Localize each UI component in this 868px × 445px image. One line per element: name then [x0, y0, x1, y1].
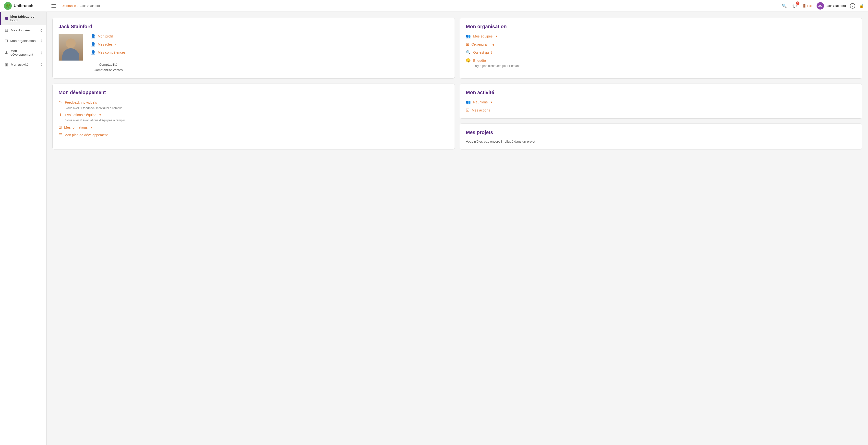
- breadcrumb: Unibrunch / Jack Stainford: [51, 3, 781, 8]
- enquete-label: Enquête: [473, 59, 486, 62]
- qui-est-qui-label: Qui est qui ?: [473, 51, 493, 54]
- logo-icon: 🌿: [4, 2, 12, 10]
- top-nav-actions: 🔍 💬 5 🚪 Exit JS Jack Stainford ? 🔒: [781, 2, 864, 9]
- mes-actions-link[interactable]: ☑ Mes actions: [466, 108, 856, 113]
- exit-label: Exit: [807, 4, 813, 8]
- reunions-icon: 👥: [466, 100, 471, 105]
- roles-icon: 👤: [91, 42, 96, 47]
- mon-plan-label: Mon plan de développement: [64, 133, 108, 137]
- mes-equipes-label: Mes équipes: [473, 34, 493, 38]
- mes-roles-label: Mes rôles: [98, 42, 113, 46]
- enquete-icon: 😊: [466, 58, 471, 63]
- mon-plan-link[interactable]: ☰ Mon plan de développement: [59, 132, 449, 137]
- help-button[interactable]: ?: [850, 3, 855, 8]
- mon-organisation-icon: ⊟: [5, 38, 8, 43]
- sidebar-item-mon-organisation[interactable]: ⊟ Mon organisation ❮: [0, 35, 46, 46]
- mon-activite-icon: ▣: [5, 62, 8, 67]
- mon-organisation-card: Mon organisation 👥 Mes équipes ▼ ⊞ Organ…: [460, 18, 862, 79]
- jack-card: Jack Stainford 👤 Mon profil 👤 Mes r: [53, 18, 455, 79]
- sidebar-item-label: Mon organisation: [10, 39, 36, 42]
- formations-icon: ⊡: [59, 125, 62, 130]
- sidebar-item-label: Mon développement: [10, 49, 38, 56]
- qui-est-qui-link[interactable]: 🔍 Qui est qui ?: [466, 50, 856, 55]
- mon-developpement-title: Mon développement: [59, 90, 449, 95]
- sidebar-item-mon-activite[interactable]: ▣ Mon activité ❮: [0, 59, 46, 70]
- notifications-badge: 5: [796, 1, 799, 5]
- mon-profil-label: Mon profil: [98, 34, 113, 38]
- competences-icon: 👤: [91, 50, 96, 55]
- app-name: Unibrunch: [14, 4, 33, 8]
- feedback-icon: 〜: [59, 100, 62, 105]
- feedback-subtitle: Vous avez 1 feedback individuel à rempli…: [65, 106, 449, 110]
- mes-competences-label: Mes compétences: [98, 51, 126, 54]
- mon-activite-card: Mon activité 👥 Réunions ▼ ☑ Mes actions: [460, 84, 862, 119]
- jack-card-title: Jack Stainford: [59, 24, 449, 29]
- organigramme-link[interactable]: ⊞ Organigramme: [466, 42, 856, 47]
- qui-est-qui-icon: 🔍: [466, 50, 471, 55]
- equipes-icon: 👥: [466, 34, 471, 38]
- profile-photo: [59, 34, 83, 61]
- profile-links: 👤 Mon profil 👤 Mes rôles ▼ 👤 Mes compéte…: [91, 34, 126, 72]
- exit-button[interactable]: 🚪 Exit: [802, 4, 813, 8]
- right-column: Mon activité 👥 Réunions ▼ ☑ Mes actions …: [460, 84, 862, 149]
- chevron-icon: ❮: [40, 51, 42, 54]
- org-links: 👥 Mes équipes ▼ ⊞ Organigramme 🔍 Qui est…: [466, 34, 856, 68]
- projets-empty-text: Vous n'êtes pas encore impliqué dans un …: [466, 140, 856, 143]
- profil-icon: 👤: [91, 34, 96, 38]
- breadcrumb-separator: /: [78, 4, 79, 8]
- organigramme-label: Organigramme: [471, 42, 494, 46]
- dashboard-grid: Jack Stainford 👤 Mon profil 👤 Mes r: [53, 18, 862, 149]
- chevron-down-icon: ▼: [490, 101, 493, 103]
- actions-icon: ☑: [466, 108, 469, 113]
- mes-formations-link[interactable]: ⊡ Mes formations ▼: [59, 125, 449, 130]
- reunions-label: Réunions: [473, 100, 488, 104]
- profile-photo-inner: [59, 34, 83, 61]
- lock-button[interactable]: 🔒: [859, 3, 864, 8]
- mes-donnees-icon: ▦: [5, 28, 8, 33]
- evaluations-equipe-link[interactable]: 🌡 Évaluations d'équipe ▼: [59, 113, 449, 117]
- activite-links: 👥 Réunions ▼ ☑ Mes actions: [466, 100, 856, 113]
- search-button[interactable]: 🔍: [781, 2, 788, 9]
- user-profile[interactable]: JS Jack Stainford: [816, 2, 846, 9]
- mes-equipes-link[interactable]: 👥 Mes équipes ▼: [466, 34, 856, 38]
- mon-developpement-card: Mon développement 〜 Feedback individuels…: [53, 84, 455, 149]
- chevron-down-icon: ▼: [90, 126, 93, 129]
- mes-projets-card: Mes projets Vous n'êtes pas encore impli…: [460, 123, 862, 149]
- sidebar: ⊞ Mon tableau de bord ▦ Mes données ❮ ⊟ …: [0, 12, 46, 445]
- person-body: [62, 48, 80, 61]
- reunions-link[interactable]: 👥 Réunions ▼: [466, 100, 856, 105]
- menu-toggle[interactable]: [51, 3, 57, 8]
- evaluations-icon: 🌡: [59, 113, 62, 117]
- enquete-link[interactable]: 😊 Enquête: [466, 58, 856, 63]
- chevron-down-icon: ▼: [115, 43, 117, 46]
- chevron-down-icon: ▼: [495, 35, 498, 38]
- sidebar-item-label: Mes données: [11, 28, 31, 32]
- mon-developpement-icon: ♟: [5, 51, 8, 55]
- mes-actions-label: Mes actions: [472, 108, 490, 112]
- competences-list: Comptabilité Comptabilité ventes: [91, 62, 126, 72]
- breadcrumb-home[interactable]: Unibrunch: [61, 4, 76, 8]
- sidebar-item-tableau-de-bord[interactable]: ⊞ Mon tableau de bord: [0, 12, 46, 25]
- mes-competences-link[interactable]: 👤 Mes compétences: [91, 50, 126, 55]
- mon-activite-title: Mon activité: [466, 90, 856, 95]
- dev-links: 〜 Feedback individuels Vous avez 1 feedb…: [59, 100, 449, 137]
- feedback-label: Feedback individuels: [65, 100, 97, 105]
- evaluations-label: Évaluations d'équipe: [65, 113, 96, 117]
- mes-projets-title: Mes projets: [466, 130, 856, 135]
- sidebar-item-mes-donnees[interactable]: ▦ Mes données ❮: [0, 25, 46, 35]
- chevron-down-icon: ▼: [99, 114, 102, 116]
- chevron-icon: ❮: [40, 63, 42, 66]
- enquete-subtitle: Il n'y a pas d'enquête pour l'instant: [473, 64, 856, 68]
- evaluations-subtitle: Vous avez 0 évaluations d'équipes à remp…: [65, 119, 449, 122]
- tableau-de-bord-icon: ⊞: [5, 16, 8, 21]
- mes-roles-link[interactable]: 👤 Mes rôles ▼: [91, 42, 126, 47]
- breadcrumb-current: Jack Stainford: [80, 4, 100, 8]
- organigramme-icon: ⊞: [466, 42, 469, 47]
- sidebar-item-mon-developpement[interactable]: ♟ Mon développement ❮: [0, 46, 46, 59]
- notifications-button[interactable]: 💬 5: [792, 2, 799, 9]
- user-name: Jack Stainford: [826, 4, 846, 8]
- profile-card-content: 👤 Mon profil 👤 Mes rôles ▼ 👤 Mes compéte…: [59, 34, 449, 72]
- app-logo[interactable]: 🌿 Unibrunch: [4, 2, 51, 10]
- mon-profil-link[interactable]: 👤 Mon profil: [91, 34, 126, 38]
- feedback-individuels-link[interactable]: 〜 Feedback individuels: [59, 100, 449, 105]
